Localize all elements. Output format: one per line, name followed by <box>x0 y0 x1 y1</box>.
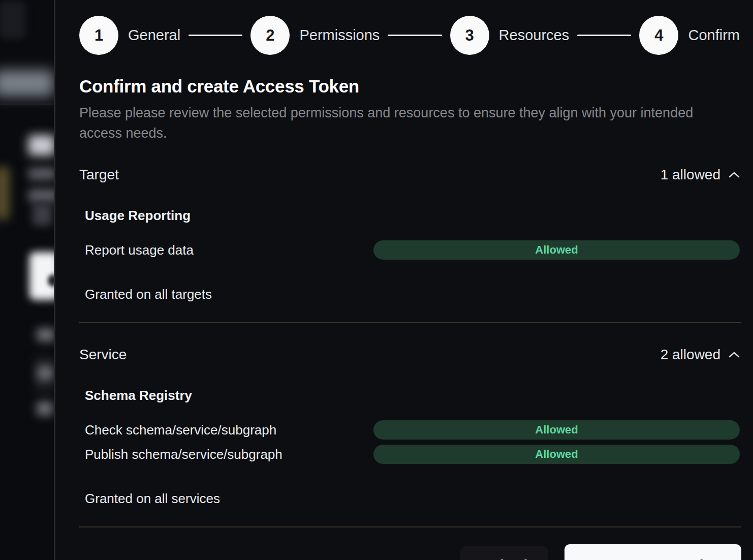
permission-row: Check schema/service/subgraph Allowed <box>85 418 740 442</box>
stepper-step-general[interactable]: 1 General <box>79 16 180 55</box>
permission-label: Publish schema/service/subgraph <box>85 447 373 462</box>
step-connector <box>577 35 631 36</box>
section-service: Service 2 allowed Schema Registry Check … <box>79 323 740 527</box>
backdrop-nav-item-blur <box>0 70 54 97</box>
step-connector <box>189 35 242 36</box>
backdrop-accent-bar <box>0 167 9 220</box>
section-title: Target <box>79 167 119 183</box>
permission-group-name: Usage Reporting <box>85 208 740 224</box>
step-number-badge: 4 <box>639 16 678 55</box>
section-target: Target 1 allowed Usage Reporting Report … <box>79 143 740 323</box>
step-label: Permissions <box>299 27 380 44</box>
section-meta: 1 allowed <box>661 167 740 183</box>
step-number-badge: 2 <box>250 16 290 55</box>
backdrop-heading-blur <box>28 135 54 155</box>
page-title: Confirm and create Access Token <box>79 76 740 97</box>
background-sidebar-blurred <box>0 0 54 560</box>
chevron-up-icon[interactable] <box>729 171 740 178</box>
section-target-header[interactable]: Target 1 allowed <box>79 167 740 183</box>
backdrop-logo-tile <box>0 1 25 39</box>
stepper-step-permissions[interactable]: 2 Permissions <box>250 16 380 55</box>
step-number-badge: 3 <box>450 16 489 55</box>
step-label: Resources <box>499 27 570 44</box>
allowed-count: 1 allowed <box>661 167 720 183</box>
modal-footer: Go back Create Access Token <box>79 544 741 560</box>
create-access-token-button[interactable]: Create Access Token <box>564 544 741 560</box>
backdrop-text-blur <box>37 401 53 416</box>
permission-label: Check schema/service/subgraph <box>85 422 373 438</box>
stepper-step-resources[interactable]: 3 Resources <box>450 16 570 55</box>
granted-note: Granted on all targets <box>85 287 740 302</box>
permission-label: Report usage data <box>85 242 373 258</box>
status-badge-allowed: Allowed <box>373 420 740 440</box>
granted-note: Granted on all services <box>85 491 740 507</box>
screen: 1 General 2 Permissions 3 Resources 4 Co… <box>0 0 753 560</box>
permission-group-usage-reporting: Usage Reporting Report usage data Allowe… <box>85 208 740 262</box>
wizard-stepper: 1 General 2 Permissions 3 Resources 4 Co… <box>79 16 740 55</box>
step-connector <box>388 35 442 36</box>
backdrop-text-blur <box>28 168 54 180</box>
backdrop-text-blur <box>38 366 53 380</box>
status-badge-allowed: Allowed <box>373 445 740 464</box>
permission-group-schema-registry: Schema Registry Check schema/service/sub… <box>85 388 740 466</box>
backdrop-divider <box>0 104 54 105</box>
permission-group-name: Schema Registry <box>85 388 740 403</box>
page-subtitle: Please please review the selected permis… <box>79 103 707 143</box>
create-access-token-modal: 1 General 2 Permissions 3 Resources 4 Co… <box>54 0 753 560</box>
backdrop-text-blur <box>37 328 54 341</box>
section-title: Service <box>79 347 127 363</box>
section-service-header[interactable]: Service 2 allowed <box>79 347 740 363</box>
allowed-count: 2 allowed <box>661 347 720 363</box>
stepper-step-confirm[interactable]: 4 Confirm <box>639 16 740 55</box>
backdrop-icon-blur <box>33 203 52 226</box>
section-divider <box>79 526 741 527</box>
step-number-badge: 1 <box>79 16 118 55</box>
section-meta: 2 allowed <box>661 347 740 363</box>
step-label: Confirm <box>688 27 740 44</box>
go-back-button[interactable]: Go back <box>460 546 548 560</box>
backdrop-text-blur <box>28 189 54 202</box>
status-badge-allowed: Allowed <box>373 240 740 260</box>
permission-row: Publish schema/service/subgraph Allowed <box>85 442 740 466</box>
chevron-up-icon[interactable] <box>729 351 740 358</box>
permission-row: Report usage data Allowed <box>85 238 740 262</box>
step-label: General <box>128 27 180 44</box>
